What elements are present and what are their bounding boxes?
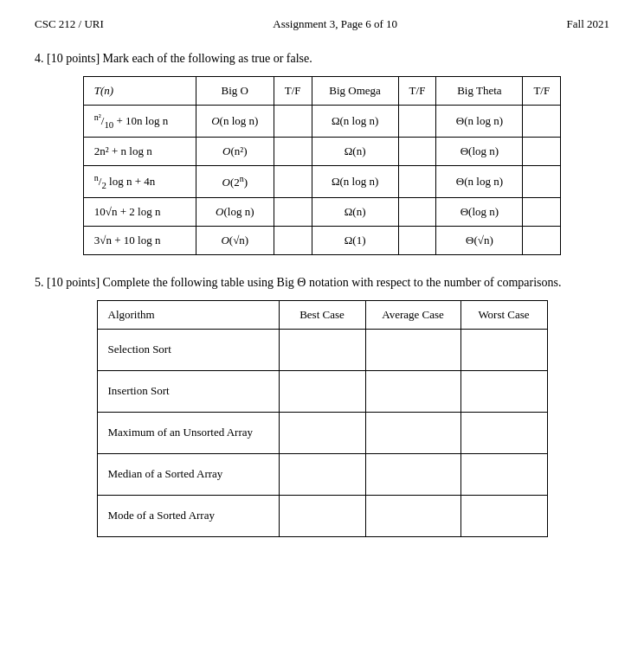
tf1-1 — [274, 106, 312, 138]
avg-mode — [365, 495, 460, 536]
table-row: n²/10 + 10n log n O(n log n) Ω(n log n) … — [83, 106, 560, 138]
algo-mode-sorted: Mode of a Sorted Array — [97, 495, 279, 536]
theta-5: Θ(√n) — [436, 226, 523, 254]
best-median — [279, 453, 365, 495]
best-max — [279, 412, 365, 453]
col-bigo: Big O — [196, 77, 274, 106]
tf3-1 — [523, 106, 561, 138]
table-row: 2n² + n log n O(n²) Ω(n) Θ(log n) — [83, 137, 560, 165]
table-row: Maximum of an Unsorted Array — [97, 412, 547, 453]
tf3-4 — [523, 197, 561, 226]
table-row: Mode of a Sorted Array — [97, 495, 547, 536]
algo-median-sorted: Median of a Sorted Array — [97, 453, 279, 495]
table-row: 3√n + 10 log n O(√n) Ω(1) Θ(√n) — [83, 226, 560, 254]
theta-4: Θ(log n) — [436, 197, 523, 226]
col-tf1: T/F — [274, 77, 312, 106]
theta-1: Θ(n log n) — [436, 106, 523, 138]
col-tf2: T/F — [398, 77, 436, 106]
tf2-2 — [398, 137, 436, 165]
tn-2: 2n² + n log n — [83, 137, 196, 165]
bigo-2: O(n²) — [196, 137, 274, 165]
col-bigtheta: Big Theta — [436, 77, 523, 106]
avg-max — [365, 412, 460, 453]
tf2-4 — [398, 197, 436, 226]
col-average: Average Case — [365, 300, 460, 329]
table-row: 10√n + 2 log n O(log n) Ω(n) Θ(log n) — [83, 197, 560, 226]
tn-4: 10√n + 2 log n — [83, 197, 196, 226]
tf1-2 — [274, 137, 312, 165]
tf3-5 — [523, 226, 561, 254]
avg-selection — [365, 329, 460, 370]
omega-2: Ω(n) — [312, 137, 398, 165]
best-insertion — [279, 370, 365, 412]
header-center: Assignment 3, Page 6 of 10 — [273, 17, 397, 31]
question5-table: Algorithm Best Case Average Case Worst C… — [97, 300, 548, 537]
algo-insertion-sort: Insertion Sort — [97, 370, 279, 412]
tf1-4 — [274, 197, 312, 226]
bigo-5: O(√n) — [196, 226, 274, 254]
worst-mode — [460, 495, 547, 536]
avg-insertion — [365, 370, 460, 412]
best-selection — [279, 329, 365, 370]
col-tn: T(n) — [83, 77, 196, 106]
avg-median — [365, 453, 460, 495]
bigo-4: O(log n) — [196, 197, 274, 226]
question4-table: T(n) Big O T/F Big Omega T/F Big Theta T… — [83, 76, 561, 255]
col-bigomega: Big Omega — [312, 77, 398, 106]
algo-max-unsorted: Maximum of an Unsorted Array — [97, 412, 279, 453]
table-row: n/2 log n + 4n O(2n) Ω(n log n) Θ(n log … — [83, 165, 560, 197]
table-row: Median of a Sorted Array — [97, 453, 547, 495]
bigo-1: O(n log n) — [196, 106, 274, 138]
tn-5: 3√n + 10 log n — [83, 226, 196, 254]
tn-1: n²/10 + 10n log n — [83, 106, 196, 138]
question5-label: 5. [10 points] Complete the following ta… — [35, 276, 609, 290]
tf2-1 — [398, 106, 436, 138]
tf2-5 — [398, 226, 436, 254]
omega-5: Ω(1) — [312, 226, 398, 254]
bigo-3: O(2n) — [196, 165, 274, 197]
question4-label: 4. [10 points] Mark each of the followin… — [35, 52, 609, 66]
tf1-5 — [274, 226, 312, 254]
table-row: Insertion Sort — [97, 370, 547, 412]
theta-2: Θ(log n) — [436, 137, 523, 165]
worst-insertion — [460, 370, 547, 412]
col-worst: Worst Case — [460, 300, 547, 329]
tn-3: n/2 log n + 4n — [83, 165, 196, 197]
worst-selection — [460, 329, 547, 370]
header-left: CSC 212 / URI — [35, 17, 104, 31]
tf2-3 — [398, 165, 436, 197]
question-4: 4. [10 points] Mark each of the followin… — [35, 52, 609, 255]
col-tf3: T/F — [523, 77, 561, 106]
best-mode — [279, 495, 365, 536]
omega-3: Ω(n log n) — [312, 165, 398, 197]
col-best: Best Case — [279, 300, 365, 329]
question4-table-wrapper: T(n) Big O T/F Big Omega T/F Big Theta T… — [35, 76, 609, 255]
omega-1: Ω(n log n) — [312, 106, 398, 138]
theta-3: Θ(n log n) — [436, 165, 523, 197]
question5-table-wrapper: Algorithm Best Case Average Case Worst C… — [35, 300, 609, 537]
tf3-2 — [523, 137, 561, 165]
tf1-3 — [274, 165, 312, 197]
algo-selection-sort: Selection Sort — [97, 329, 279, 370]
page-header: CSC 212 / URI Assignment 3, Page 6 of 10… — [35, 17, 609, 31]
omega-4: Ω(n) — [312, 197, 398, 226]
col-algorithm: Algorithm — [97, 300, 279, 329]
question-5: 5. [10 points] Complete the following ta… — [35, 276, 609, 537]
worst-max — [460, 412, 547, 453]
table-row: Selection Sort — [97, 329, 547, 370]
header-right: Fall 2021 — [567, 17, 609, 31]
tf3-3 — [523, 165, 561, 197]
worst-median — [460, 453, 547, 495]
